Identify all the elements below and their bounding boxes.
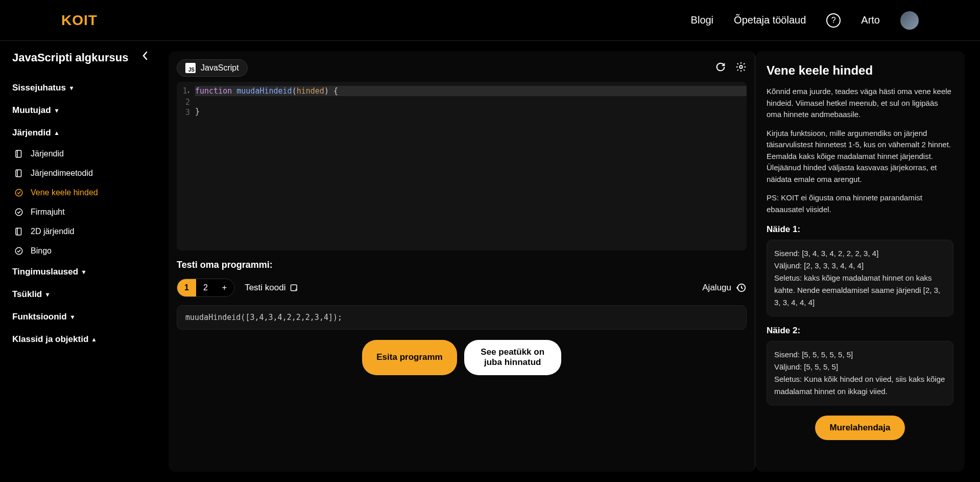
user-name[interactable]: Arto: [861, 14, 880, 26]
help-icon[interactable]: ?: [826, 13, 841, 28]
section-label: Tingimuslaused: [12, 267, 78, 277]
test-tab-2[interactable]: 2: [196, 279, 215, 296]
chevron-up-icon: ▴: [55, 129, 58, 136]
header: KOIT Blogi Õpetaja töölaud ? Arto: [0, 0, 980, 41]
example-2-input: Sisend: [5, 5, 5, 5, 5, 5]: [774, 349, 946, 361]
lesson-vene-keele-hinded[interactable]: Vene keele hinded: [12, 183, 146, 202]
avatar[interactable]: [900, 11, 919, 30]
test-controls: 1 2 + Testi koodi Ajalugu: [177, 279, 747, 297]
example-1-explain: Seletus: kaks kõige madalamat hinnet on …: [774, 272, 946, 309]
test-code-button[interactable]: Testi koodi: [245, 283, 300, 293]
section-muutujad[interactable]: Muutujad ▾: [12, 99, 146, 122]
language-badge[interactable]: JS JavaScript: [177, 59, 248, 77]
task-paragraph-2: Kirjuta funktsioon, mille argumendiks on…: [767, 128, 953, 186]
section-funktsioonid[interactable]: Funktsioonid ▾: [12, 306, 146, 328]
section-label: Klassid ja objektid: [12, 334, 88, 345]
lesson-label: Bingo: [31, 246, 52, 256]
section-jarjendid[interactable]: Järjendid ▴: [12, 122, 146, 144]
troubleshoot-button[interactable]: Murelahendaja: [815, 416, 904, 440]
section-label: Funktsioonid: [12, 312, 67, 322]
task-panel: Vene keele hinded Kõnnid ema juurde, tea…: [755, 51, 965, 472]
language-label: JavaScript: [201, 63, 239, 73]
lesson-label: Järjendid: [31, 149, 64, 158]
svg-point-5: [15, 209, 22, 216]
course-title: JavaScripti algkursus: [12, 51, 146, 64]
history-label: Ajalugu: [702, 283, 731, 293]
example-2-label: Näide 2:: [767, 326, 953, 336]
lesson-firmajuht[interactable]: Firmajuht: [12, 202, 146, 222]
book-icon: [14, 169, 23, 178]
content: JS JavaScript 1▾23 function muudaHindeid…: [158, 41, 980, 482]
test-label: Testi oma programmi:: [177, 260, 747, 270]
logo[interactable]: KOIT: [61, 12, 98, 29]
example-1-input: Sisend: [3, 4, 3, 4, 2, 2, 2, 3, 4]: [774, 247, 946, 260]
code-editor[interactable]: 1▾23 function muudaHindeid(hinded) { }: [177, 82, 747, 250]
example-2-box: Sisend: [5, 5, 5, 5, 5, 5] Väljund: [5, …: [767, 341, 953, 405]
test-input[interactable]: muudaHindeid([3,4,3,4,2,2,2,3,4]);: [177, 305, 747, 330]
editor-panel: JS JavaScript 1▾23 function muudaHindeid…: [169, 51, 755, 472]
check-circle-icon: [14, 246, 23, 256]
main: JavaScripti algkursus Sissejuhatus ▾ Muu…: [0, 41, 980, 482]
chevron-down-icon: ▾: [55, 107, 58, 114]
play-db-icon: [290, 283, 300, 293]
code-lines: function muudaHindeid(hinded) { }: [195, 86, 747, 246]
gear-icon[interactable]: [735, 61, 747, 75]
submit-button[interactable]: Esita programm: [362, 340, 457, 375]
sidebar: JavaScripti algkursus Sissejuhatus ▾ Muu…: [0, 41, 158, 482]
lesson-2d-jarjendid[interactable]: 2D järjendid: [12, 222, 146, 241]
svg-rect-0: [16, 150, 21, 157]
lesson-label: Järjendimeetodid: [31, 169, 93, 178]
svg-point-4: [15, 189, 22, 196]
lesson-jarjendimeetodid[interactable]: Järjendimeetodid: [12, 164, 146, 183]
section-klassid-objektid[interactable]: Klassid ja objektid ▴: [12, 328, 146, 351]
chevron-down-icon: ▾: [71, 313, 74, 320]
collapse-sidebar-icon[interactable]: [142, 51, 148, 62]
svg-rect-2: [16, 170, 21, 177]
section-label: Tsüklid: [12, 289, 42, 300]
section-label: Muutujad: [12, 105, 51, 116]
troubleshoot-wrap: Murelahendaja: [767, 416, 953, 440]
lesson-label: Firmajuht: [31, 208, 65, 217]
editor-header: JS JavaScript: [177, 59, 747, 77]
chevron-down-icon: ▾: [82, 268, 85, 276]
task-paragraph-3: PS: KOIT ei õigusta oma hinnete parandam…: [767, 192, 953, 215]
lesson-label: Vene keele hinded: [31, 188, 98, 197]
chevron-down-icon: ▾: [70, 84, 73, 91]
lesson-jarjendid[interactable]: Järjendid: [12, 144, 146, 164]
book-icon: [14, 149, 23, 158]
task-title: Vene keele hinded: [767, 63, 953, 78]
task-paragraph-1: Kõnnid ema juurde, teades väga hästi oma…: [767, 86, 953, 121]
top-nav: Blogi Õpetaja töölaud ? Arto: [691, 11, 919, 30]
example-1-box: Sisend: [3, 4, 3, 4, 2, 2, 2, 3, 4] Välj…: [767, 240, 953, 316]
test-tabs: 1 2 +: [177, 279, 234, 297]
example-2-output: Väljund: [5, 5, 5, 5]: [774, 361, 946, 373]
example-1-label: Näide 1:: [767, 224, 953, 235]
test-section: Testi oma programmi: 1 2 + Testi koodi: [177, 260, 747, 375]
chevron-up-icon: ▴: [92, 336, 95, 343]
section-label: Sissejuhatus: [12, 83, 66, 93]
svg-rect-6: [16, 228, 21, 235]
nav-teacher-desk[interactable]: Õpetaja töölaud: [734, 14, 806, 26]
chevron-down-icon: ▾: [46, 291, 49, 298]
section-tsuklid[interactable]: Tsüklid ▾: [12, 283, 146, 306]
test-code-label: Testi koodi: [245, 283, 285, 293]
history-button[interactable]: Ajalugu: [702, 282, 747, 293]
editor-actions: [715, 61, 747, 75]
chapter-rated-button[interactable]: See peatükk on juba hinnatud: [464, 340, 561, 375]
svg-point-8: [15, 247, 22, 255]
action-buttons: Esita programm See peatükk on juba hinna…: [177, 340, 747, 375]
example-1-output: Väljund: [2, 3, 3, 3, 4, 4, 4]: [774, 260, 946, 272]
lesson-bingo[interactable]: Bingo: [12, 241, 146, 261]
test-tab-1[interactable]: 1: [177, 279, 196, 296]
history-icon: [735, 282, 747, 293]
section-sissejuhatus[interactable]: Sissejuhatus ▾: [12, 77, 146, 99]
refresh-icon[interactable]: [715, 61, 726, 75]
line-gutter: 1▾23: [177, 86, 195, 246]
lesson-label: 2D järjendid: [31, 227, 74, 236]
test-tab-add[interactable]: +: [215, 279, 234, 296]
test-left: 1 2 + Testi koodi: [177, 279, 300, 297]
nav-blog[interactable]: Blogi: [691, 14, 713, 26]
section-tingimuslaused[interactable]: Tingimuslaused ▾: [12, 261, 146, 283]
js-icon: JS: [185, 63, 196, 73]
svg-point-9: [739, 65, 743, 68]
